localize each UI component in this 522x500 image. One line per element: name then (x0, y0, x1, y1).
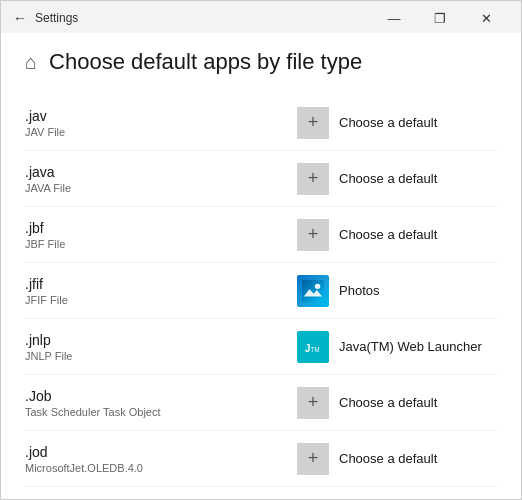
file-item[interactable]: .jnlpJNLP File J TM Java(TM) Web Launche… (25, 319, 497, 375)
app-section[interactable]: +Choose a default (297, 163, 497, 195)
window-title: Settings (35, 11, 78, 25)
file-description: JAV File (25, 126, 297, 138)
app-label: Choose a default (339, 451, 437, 466)
file-description: MicrosoftJet.OLEDB.4.0 (25, 462, 297, 474)
file-item[interactable]: .javJAV File+Choose a default (25, 95, 497, 151)
app-icon: + (297, 387, 329, 419)
app-label: Choose a default (339, 227, 437, 242)
file-info: .jbfJBF File (25, 220, 297, 250)
file-item[interactable]: .jpeJPE File Photos (25, 487, 497, 499)
file-item[interactable]: .JobTask Scheduler Task Object+Choose a … (25, 375, 497, 431)
file-extension: .jbf (25, 220, 297, 236)
app-section[interactable]: Photos (297, 275, 497, 307)
window-controls: — ❐ ✕ (371, 4, 509, 32)
file-info: .javaJAVA File (25, 164, 297, 194)
file-description: JNLP File (25, 350, 297, 362)
back-button[interactable]: ← (13, 10, 27, 26)
svg-text:TM: TM (310, 345, 319, 352)
file-extension: .jod (25, 444, 297, 460)
file-info: .jfifJFIF File (25, 276, 297, 306)
svg-point-2 (315, 283, 321, 289)
app-section[interactable]: +Choose a default (297, 219, 497, 251)
app-icon (297, 275, 329, 307)
app-icon: + (297, 443, 329, 475)
close-button[interactable]: ✕ (463, 4, 509, 32)
file-item[interactable]: .jodMicrosoftJet.OLEDB.4.0+Choose a defa… (25, 431, 497, 487)
file-item[interactable]: .jbfJBF File+Choose a default (25, 207, 497, 263)
file-extension: .Job (25, 388, 297, 404)
file-info: .jodMicrosoftJet.OLEDB.4.0 (25, 444, 297, 474)
app-section[interactable]: +Choose a default (297, 107, 497, 139)
file-description: JAVA File (25, 182, 297, 194)
svg-rect-0 (302, 280, 324, 302)
app-label: Choose a default (339, 115, 437, 130)
main-content: ⌂ Choose default apps by file type .javJ… (1, 33, 521, 499)
app-label: Choose a default (339, 395, 437, 410)
app-section[interactable]: J TM Java(TM) Web Launcher (297, 331, 497, 363)
app-section[interactable]: +Choose a default (297, 387, 497, 419)
app-label: Java(TM) Web Launcher (339, 339, 482, 354)
file-info: .JobTask Scheduler Task Object (25, 388, 297, 418)
app-icon (297, 499, 329, 500)
app-icon: + (297, 163, 329, 195)
app-icon: J TM (297, 331, 329, 363)
page-header: ⌂ Choose default apps by file type (25, 33, 497, 95)
app-label: Choose a default (339, 171, 437, 186)
file-info: .javJAV File (25, 108, 297, 138)
file-extension: .java (25, 164, 297, 180)
file-extension: .jav (25, 108, 297, 124)
app-icon: + (297, 219, 329, 251)
page-title: Choose default apps by file type (49, 49, 362, 75)
minimize-button[interactable]: — (371, 4, 417, 32)
maximize-button[interactable]: ❐ (417, 4, 463, 32)
app-section[interactable]: +Choose a default (297, 443, 497, 475)
app-label: Photos (339, 283, 379, 298)
file-extension: .jnlp (25, 332, 297, 348)
file-description: JFIF File (25, 294, 297, 306)
settings-window: ← Settings — ❐ ✕ ⌂ Choose default apps b… (0, 0, 522, 500)
title-bar-left: ← Settings (13, 10, 78, 26)
title-bar: ← Settings — ❐ ✕ (1, 1, 521, 33)
file-description: JBF File (25, 238, 297, 250)
app-section[interactable]: Photos (297, 499, 497, 500)
file-list: .javJAV File+Choose a default.javaJAVA F… (25, 95, 497, 499)
file-description: Task Scheduler Task Object (25, 406, 297, 418)
file-extension: .jfif (25, 276, 297, 292)
file-info: .jnlpJNLP File (25, 332, 297, 362)
file-item[interactable]: .javaJAVA File+Choose a default (25, 151, 497, 207)
app-icon: + (297, 107, 329, 139)
file-item[interactable]: .jfifJFIF File Photos (25, 263, 497, 319)
home-icon: ⌂ (25, 51, 37, 74)
